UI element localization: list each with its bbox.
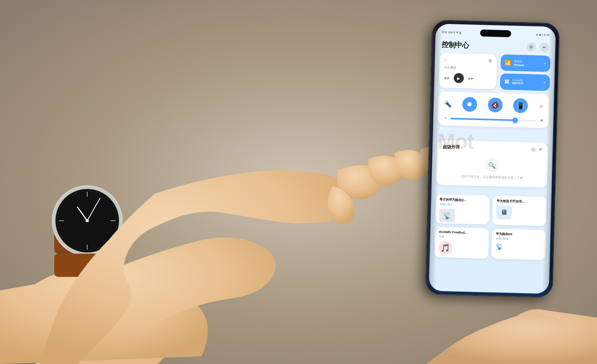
media-controls: ◀◀ ▶ ▶▶ [443, 73, 492, 84]
music-note-icon: ♪ [444, 57, 446, 62]
super-search-area: 🔍 没有可用设备，点击重新刷新我的设备，了解 [442, 154, 542, 184]
wifi-info: 蓝桥的 iPhone [514, 59, 541, 67]
brightness-thumb [512, 117, 518, 123]
super-search-icon: 🔍 [485, 158, 499, 172]
edit-icon: ✏ [543, 45, 546, 50]
brightness-fill [450, 118, 515, 121]
brightness-low-icon: ☀ [443, 116, 447, 121]
super-card-actions: ◎ ✕ [531, 146, 542, 153]
wifi-arrow: ▼ [543, 62, 546, 65]
edit-icon-btn[interactable]: ✏ [540, 43, 549, 52]
phone: 信号 SIM卡 ₴ 盘 ⊕ ◉ □ 6:48 控制中心 ⚙ ✏ ♪ [425, 20, 560, 298]
device-icon-2: 🎵 [438, 240, 452, 255]
media-prev-btn[interactable]: ◀◀ [443, 76, 449, 80]
brightness-high-icon: ☀ [539, 118, 543, 123]
bt-card[interactable]: ⌘ HUAWEI WATCH ▼ [500, 73, 550, 91]
settings-icon: ⚙ [529, 45, 533, 50]
media-play-btn[interactable]: ▶ [454, 73, 464, 83]
device-icon-1: 🖥 [496, 205, 512, 219]
vibrate-btn[interactable]: 📳 [513, 98, 528, 113]
phone-body: 信号 SIM卡 ₴ 盘 ⊕ ◉ □ 6:48 控制中心 ⚙ ✏ ♪ [425, 20, 560, 298]
phone-notch [480, 29, 511, 37]
device-icon-3: 📡 [495, 243, 542, 251]
toggles-row: 🔦 ⏺ 🔇 📳 ✈ [443, 96, 544, 114]
media-status: 未在播放 [444, 65, 492, 71]
status-left: 信号 SIM卡 ₴ 盘 [442, 30, 462, 34]
record-btn[interactable]: ⏺ [462, 97, 477, 112]
connectivity-panel: 📶 蓝桥的 iPhone ▼ ⌘ HUAWEI WATCH ▼ [500, 54, 550, 91]
device-name-0: 客厅的华为路由Q... [440, 197, 486, 203]
device-status-3: 在线 | 卧室 [495, 237, 542, 242]
bt-icon: ⌘ [504, 79, 509, 85]
wifi-icon: 📶 [504, 60, 511, 66]
media-settings-icon[interactable]: ⚙ [488, 58, 492, 64]
device-card-1[interactable]: 华为智选 钉钉拍车... 🖥 [492, 196, 547, 226]
device-card-3[interactable]: 华为路由H6 在线 | 卧室 📡 [491, 228, 546, 260]
control-center-title-icons: ⚙ ✏ [526, 42, 549, 52]
control-center-title: 控制中心 [441, 40, 469, 50]
wifi-card[interactable]: 📶 蓝桥的 iPhone ▼ [500, 54, 550, 72]
bt-name: WATCH [512, 81, 540, 86]
device-name-1: 华为智选 钉钉拍车... [497, 199, 543, 204]
super-card-close-icon[interactable]: ✕ [538, 146, 542, 152]
device-name-2: HUAWEI FreeBud... [439, 230, 485, 235]
bottom-device-list: HUAWEI FreeBud... 在线 🎵 华为路由H6 在线 | 卧室 📡 [434, 227, 546, 260]
silent-btn[interactable]: 🔇 [488, 98, 503, 113]
toggles-card: 🔦 ⏺ 🔇 📳 ✈ ☀ ☀ [438, 91, 549, 128]
device-status-0: 在线 | 客厅 [440, 202, 486, 207]
device-card-0[interactable]: 客厅的华为路由Q... 在线 | 客厅 📡 [435, 194, 490, 225]
airplane-btn[interactable]: ✈ [538, 103, 544, 110]
phone-screen: 信号 SIM卡 ₴ 盘 ⊕ ◉ □ 6:48 控制中心 ⚙ ✏ ♪ [429, 24, 556, 294]
device-status-2: 在线 [439, 234, 485, 239]
device-card-2[interactable]: HUAWEI FreeBud... 在线 🎵 [434, 227, 489, 259]
super-search-text: 没有可用设备，点击重新刷新我的设备，了解 [461, 174, 523, 180]
super-card-scan-icon[interactable]: ◎ [531, 146, 535, 152]
play-icon: ▶ [457, 76, 460, 80]
media-card-header: ♪ ⚙ [444, 57, 492, 64]
brightness-row: ☀ ☀ [443, 116, 544, 124]
media-next-btn[interactable]: ▶▶ [468, 76, 474, 80]
media-player-card: ♪ ⚙ 未在播放 ◀◀ ▶ ▶▶ [439, 53, 497, 89]
watermark-text: Mot [438, 129, 473, 154]
settings-icon-btn[interactable]: ⚙ [526, 42, 536, 52]
bt-info: HUAWEI WATCH [512, 79, 540, 86]
bt-arrow: ▼ [543, 81, 546, 84]
brightness-slider[interactable] [450, 118, 537, 122]
device-icon-0: 📡 [439, 208, 455, 222]
device-name-3: 华为路由H6 [496, 232, 542, 237]
wifi-name: iPhone [514, 63, 540, 67]
flashlight-btn[interactable]: 🔦 [443, 100, 451, 108]
device-list: 客厅的华为路由Q... 在线 | 客厅 📡 华为智选 钉钉拍车... 🖥 [435, 194, 547, 226]
status-right: ⊕ ◉ □ 6:48 [536, 33, 550, 37]
